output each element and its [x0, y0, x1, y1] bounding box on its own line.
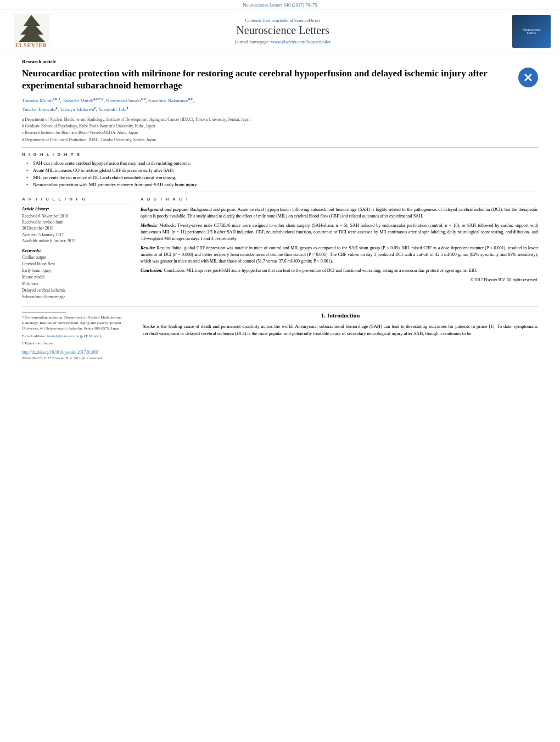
journal-logo-box: NeuroscienceLetters	[509, 15, 553, 48]
abstract-text: Background and purpose: Background and p…	[141, 207, 538, 283]
copyright: © 2017 Elsevier B.V. All rights reserved…	[141, 277, 538, 283]
two-col-info-abstract: A R T I C L E I N F O Article history: R…	[22, 197, 538, 300]
kw-1: Cardiac output	[22, 254, 132, 261]
affiliation-b: b Graduate School of Psychology, Kobe Sh…	[22, 123, 538, 129]
available-date: Available online 6 January 2017	[22, 238, 132, 244]
author-yasuyuki[interactable]: Yasuyuki Taki	[98, 107, 127, 112]
highlights-section: H I G H L I G H T S SAH can induce acute…	[22, 152, 538, 187]
two-col-intro: * Corresponding author at: Department of…	[22, 312, 538, 360]
intro-section: * Corresponding author at: Department of…	[22, 306, 538, 360]
doi-text: Neuroscience Letters 640 (2017) 70–75	[243, 2, 317, 8]
main-content: Research article Neurocardiac protection…	[0, 53, 560, 366]
footnote-equal: 1 Equal contribution.	[22, 341, 132, 347]
footnote-corresponding: * Corresponding author at: Department of…	[22, 315, 132, 331]
kw-6: Delayed cerebral ischemia	[22, 287, 132, 294]
kw-4: Mouse model	[22, 274, 132, 281]
article-info-col: A R T I C L E I N F O Article history: R…	[22, 197, 132, 300]
received-revised-label: Received in revised form	[22, 219, 132, 225]
keywords-box: Keywords: Cardiac output Cerebral blood …	[22, 248, 132, 300]
intro-heading: 1. Introduction	[143, 312, 538, 319]
kw-5: Milrinone	[22, 281, 132, 287]
author-kazumasu[interactable]: Kazumasu Sasaki	[106, 98, 141, 103]
author-tatsuya[interactable]: Tatsuya Ishikawa	[60, 107, 94, 112]
abstract-box: Background and purpose: Background and p…	[141, 204, 538, 283]
affiliations: a Department of Nuclear Medicine and Rad…	[22, 116, 538, 143]
sciencedirect-link: Contents lists available at ScienceDirec…	[61, 18, 504, 23]
highlight-1: SAH can induce acute cerebral hypoperfus…	[26, 160, 538, 166]
article-title-row: Neurocardiac protection with milrinone f…	[22, 68, 538, 92]
footnote-email-link[interactable]: tmutah@tiara.ocn.ne.jp	[47, 334, 83, 338]
svg-rect-2	[29, 38, 35, 42]
highlights-label: H I G H L I G H T S	[22, 152, 538, 157]
crossmark-icon	[520, 70, 536, 85]
footnotes-col: * Corresponding author at: Department of…	[22, 312, 132, 360]
highlight-2: Acute MIL increases CO to restore global…	[26, 168, 538, 173]
abstract-conclusion: Conclusion: Conclusion: MIL improves pos…	[141, 267, 538, 274]
doi-link[interactable]: http://dx.doi.org/10.1016/j.neulet.2017.…	[22, 350, 98, 355]
keywords-title: Keywords:	[22, 248, 132, 253]
kw-7: Subarachnoid hemorrhage	[22, 294, 132, 300]
abstract-methods: Methods: Methods: Twenty-seven male C57B…	[141, 222, 538, 242]
received-revised-date: 30 December 2016	[22, 225, 132, 231]
elsevier-brand: ELSEVIER	[15, 42, 48, 48]
abstract-background: Background and purpose: Background and p…	[141, 207, 538, 220]
abstract-section: A B S T R A C T Background and purpose: …	[141, 197, 538, 283]
footnote-divider	[22, 312, 66, 313]
kw-2: Cerebral blood flow	[22, 261, 132, 267]
sciencedirect-link-text[interactable]: ScienceDirect	[294, 18, 321, 23]
affiliation-a: a Department of Nuclear Medicine and Rad…	[22, 116, 538, 122]
highlights-list: SAH can induce acute cerebral hypoperfus…	[26, 160, 538, 187]
tree-svg	[14, 14, 49, 42]
page-wrapper: Neuroscience Letters 640 (2017) 70–75 EL…	[0, 0, 560, 366]
history-title: Article history:	[22, 207, 132, 211]
doi-bar: Neuroscience Letters 640 (2017) 70–75	[0, 0, 560, 9]
article-title: Neurocardiac protection with milrinone f…	[22, 68, 513, 92]
kw-3: Early brain injury	[22, 267, 132, 274]
affiliation-d: d Department of Preclinical Evaluation, …	[22, 137, 538, 143]
highlight-4: Neurocardiac protection with MIL promote…	[26, 182, 538, 187]
intro-text-col: 1. Introduction Stroke is the leading ca…	[143, 312, 538, 360]
elsevier-logo: ELSEVIER	[7, 14, 56, 48]
abstract-label: A B S T R A C T	[141, 197, 538, 202]
footnote-email: E-mail address: tmutah@tiara.ocn.ne.jp (…	[22, 334, 132, 339]
author-tomoko[interactable]: Tomoko Mutoh	[22, 98, 53, 103]
info-box: Article history: Received 6 November 201…	[22, 204, 132, 244]
highlight-3: MIL prevents the occurrence of DCI and r…	[26, 175, 538, 180]
article-info-label: A R T I C L E I N F O	[22, 197, 132, 202]
accepted-date: Accepted 5 January 2017	[22, 232, 132, 238]
received-date: Received 6 November 2016	[22, 213, 132, 219]
journal-center: Contents lists available at ScienceDirec…	[61, 18, 504, 44]
abstract-col: A B S T R A C T Background and purpose: …	[141, 197, 538, 300]
journal-title: Neuroscience Letters	[61, 24, 504, 37]
keywords-list: Cardiac output Cerebral blood flow Early…	[22, 254, 132, 300]
journal-homepage: journal homepage: www.elsevier.com/locat…	[61, 39, 504, 44]
affiliation-c: c Research Institute for Brain and Blood…	[22, 130, 538, 136]
rights-text: 0304-3940/© 2017 Elsevier B.V. All right…	[22, 356, 132, 360]
author-yasuko[interactable]: Yasuko Tatewaki	[22, 107, 56, 112]
divider-1	[22, 147, 538, 148]
journal-header: ELSEVIER Contents lists available at Sci…	[0, 9, 560, 53]
crossmark-badge[interactable]	[518, 68, 538, 87]
author-tatsushi[interactable]: Tatsushi Mutoh	[63, 98, 93, 103]
abstract-results: Results: Results: Initial global CBF dep…	[141, 245, 538, 265]
authors: Tomoko Mutoha,b,1, Tatsushi Mutoha,c,*,1…	[22, 96, 538, 113]
divider-2	[22, 192, 538, 192]
author-kazuhiro[interactable]: Kazuhiro Nakamura	[148, 98, 188, 103]
article-type: Research article	[22, 59, 538, 64]
doi-footer: http://dx.doi.org/10.1016/j.neulet.2017.…	[22, 350, 132, 355]
neuroscience-letters-logo: NeuroscienceLetters	[512, 15, 551, 48]
journal-homepage-url[interactable]: www.elsevier.com/locate/neulet	[271, 39, 331, 44]
intro-text: Stroke is the leading cause of death and…	[143, 323, 538, 337]
